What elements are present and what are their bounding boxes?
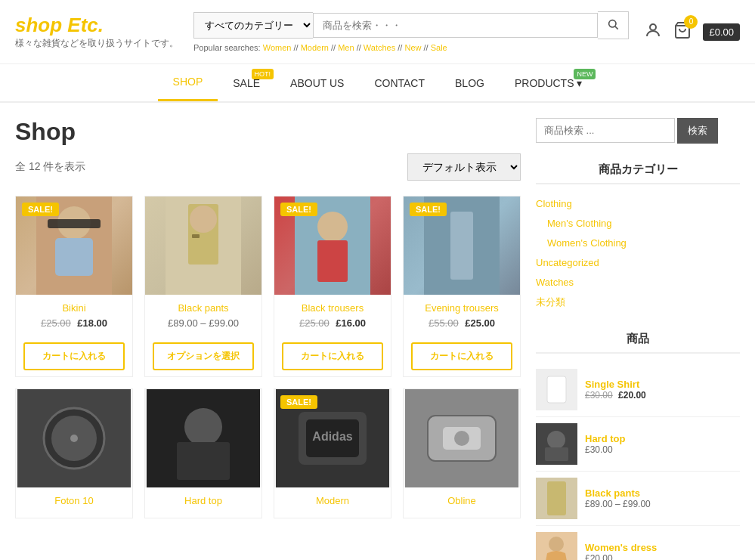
nav-contact[interactable]: CONTACT [359, 64, 440, 101]
popular-link-new[interactable]: New [404, 43, 421, 52]
logo-title[interactable]: shop Etc. [15, 14, 178, 37]
header-icons: 0 £0.00 [644, 21, 740, 43]
womens-dress-info: Women's dress £20.00 [585, 542, 740, 560]
shop-meta: 全 12 件を表示 デフォルト表示 [15, 153, 521, 181]
product-name-foton10[interactable]: Foton 10 [23, 495, 125, 506]
category-womens-clothing[interactable]: Women's Clothing [547, 237, 627, 249]
product-img-black-trousers[interactable]: SALE! [274, 196, 391, 295]
womens-dress-name[interactable]: Women's dress [585, 542, 740, 553]
list-item: Uncategorized [536, 252, 740, 272]
sidebar-products-title: 商品 [536, 332, 740, 354]
search-area: すべてのカテゴリー Popular searches: Women // Mod… [193, 11, 629, 52]
product-name-evening-trousers[interactable]: Evening trousers [411, 302, 512, 314]
select-options-black-pants[interactable]: オプションを選択 [153, 342, 254, 370]
black-pants-info: Black pants £89.00 – £99.00 [585, 487, 740, 509]
category-uncategorized[interactable]: Uncategorized [536, 257, 599, 268]
product-img-evening-trousers[interactable]: SALE! [404, 196, 520, 295]
popular-link-sale[interactable]: Sale [431, 43, 447, 52]
logo-subtitle: 様々な雑貨などを取り扱うサイトです。 [15, 37, 178, 50]
sidebar-product-black-pants: Black pants £89.00 – £99.00 [536, 472, 740, 526]
svg-point-13 [317, 212, 348, 242]
main-nav: SHOP SALE HOT! ABOUT US CONTACT BLOG PRO… [0, 64, 755, 103]
sort-select[interactable]: デフォルト表示 [407, 153, 521, 181]
svg-point-40 [549, 537, 564, 552]
sale-badge-modern: SALE! [280, 395, 317, 409]
popular-link-modern[interactable]: Modern [301, 43, 329, 52]
hard-top-price: £30.00 [585, 444, 740, 455]
cart-button[interactable]: 0 [673, 21, 692, 43]
add-to-cart-black-trousers[interactable]: カートに入れる [282, 342, 383, 370]
main-content: Shop 全 12 件を表示 デフォルト表示 [0, 103, 755, 560]
product-name-obline[interactable]: Obline [411, 495, 512, 506]
black-pants-price: £89.00 – £99.00 [585, 499, 740, 509]
product-price-evening-trousers: £55.00 £25.00 [411, 317, 512, 329]
nav-products[interactable]: PRODUCTS ▾ NEW [500, 64, 597, 101]
header: shop Etc. 様々な雑貨などを取り扱うサイトです。 すべてのカテゴリー P… [0, 0, 755, 64]
product-info-evening-trousers: Evening trousers £55.00 £25.00 [404, 295, 520, 336]
list-item: Watches [536, 272, 740, 292]
category-mibunshou[interactable]: 未分類 [536, 296, 565, 308]
black-pants-sidebar-name[interactable]: Black pants [585, 487, 740, 499]
svg-rect-36 [545, 447, 568, 461]
product-img-obline[interactable] [404, 389, 520, 487]
product-name-modern[interactable]: Modern [282, 495, 383, 506]
product-card-foton10: Foton 10 [15, 388, 133, 518]
product-actions-bikini: カートに入れる [16, 336, 132, 376]
popular-searches: Popular searches: Women // Modern // Men… [193, 43, 629, 52]
category-mens-clothing[interactable]: Men's Clothing [547, 218, 612, 229]
category-select[interactable]: すべてのカテゴリー [193, 12, 313, 39]
product-name-black-pants[interactable]: Black pants [153, 302, 254, 314]
svg-line-1 [615, 26, 618, 29]
product-actions-evening-trousers: カートに入れる [404, 336, 520, 376]
product-info-modern: Modern [274, 487, 391, 518]
product-name-black-trousers[interactable]: Black trousers [282, 302, 383, 314]
svg-point-0 [609, 20, 616, 27]
sidebar-search-input[interactable] [536, 118, 675, 143]
svg-rect-10 [192, 234, 200, 238]
search-button[interactable] [598, 11, 629, 39]
category-watches[interactable]: Watches [536, 277, 574, 288]
user-button[interactable] [644, 21, 662, 43]
black-pants-image [145, 196, 261, 295]
product-info-black-pants: Black pants £89.00 – £99.00 [145, 295, 261, 336]
popular-link-watches[interactable]: Watches [364, 43, 395, 52]
search-input[interactable] [313, 13, 598, 38]
popular-link-women[interactable]: Women [263, 43, 292, 52]
product-name-bikini[interactable]: Bikini [23, 302, 125, 314]
product-info-foton10: Foton 10 [16, 487, 132, 518]
nav-shop[interactable]: SHOP [158, 64, 218, 101]
sidebar-search-button[interactable]: 検索 [677, 118, 718, 144]
add-to-cart-bikini[interactable]: カートに入れる [23, 342, 125, 370]
sidebar-search: 検索 [536, 118, 740, 144]
sidebar-products: 商品 Single Shirt £30.00 £20.00 [536, 332, 740, 560]
category-clothing[interactable]: Clothing [536, 198, 572, 209]
product-img-foton10[interactable] [16, 389, 132, 487]
svg-text:Adidas: Adidas [312, 430, 352, 443]
nav-items: SHOP SALE HOT! ABOUT US CONTACT BLOG PRO… [158, 64, 598, 101]
svg-point-2 [650, 24, 656, 30]
nav-blog[interactable]: BLOG [440, 64, 500, 101]
black-pants-thumbnail [536, 478, 577, 519]
product-img-black-pants[interactable] [145, 196, 261, 295]
category-list: Clothing Men's Clothing Women's Clothing… [536, 193, 740, 313]
nav-about[interactable]: ABOUT US [275, 64, 359, 101]
popular-link-men[interactable]: Men [338, 43, 354, 52]
product-img-modern[interactable]: Adidas SALE! [274, 389, 391, 487]
product-card-black-trousers: SALE! Black trousers £25.00 £16.00 カートに入… [274, 196, 391, 377]
add-to-cart-evening-trousers[interactable]: カートに入れる [411, 342, 512, 370]
list-item: Men's Clothing [536, 213, 740, 233]
product-img-hard-top[interactable] [145, 389, 261, 487]
hard-top-sidebar-name[interactable]: Hard top [585, 433, 740, 444]
categories-title: 商品カテゴリー [536, 162, 740, 184]
single-shirt-name[interactable]: Single Shirt [585, 379, 740, 390]
single-shirt-price: £30.00 £20.00 [585, 390, 740, 401]
nav-sale[interactable]: SALE HOT! [218, 64, 275, 101]
cart-price: £0.00 [703, 23, 740, 41]
product-img-bikini[interactable]: SALE! [16, 196, 132, 295]
product-name-hard-top[interactable]: Hard top [153, 495, 254, 506]
sidebar-categories: 商品カテゴリー Clothing Men's Clothing Women's … [536, 162, 740, 313]
svg-rect-16 [450, 212, 473, 280]
product-info-bikini: Bikini £25.00 £18.00 [16, 295, 132, 336]
item-count: 全 12 件を表示 [15, 160, 85, 174]
product-info-black-trousers: Black trousers £25.00 £16.00 [274, 295, 391, 336]
